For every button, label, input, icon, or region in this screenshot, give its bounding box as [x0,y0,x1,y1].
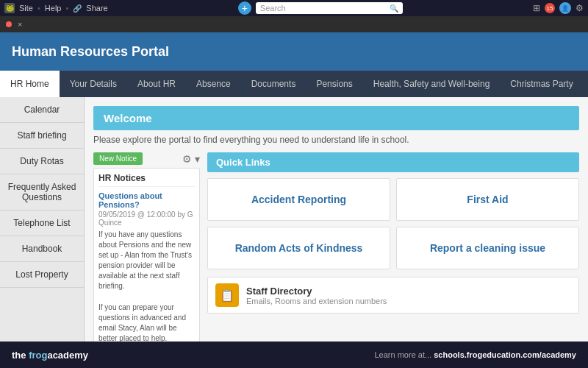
nav-item-absence[interactable]: Absence [186,71,241,97]
notices-title: HR Notices [98,173,195,187]
notices-box: HR Notices Questions about Pensions? 09/… [93,168,200,342]
quick-links-area: Quick Links Accident Reporting First Aid… [207,152,579,342]
nav-bar: HR Home Your Details About HR Absence Do… [0,71,588,97]
footer-the: the [12,350,26,361]
search-icon: 🔍 [390,4,398,13]
footer-right: Learn more at... schools.frogeducation.c… [375,350,577,359]
browser-bar: × [0,16,588,32]
link-card-accident-reporting[interactable]: Accident Reporting [207,178,390,221]
os-bar-left: 🐸 Site • Help • 🔗 Share [4,3,108,13]
os-bar: 🐸 Site • Help • 🔗 Share + Search 🔍 ⊞ 15 … [0,0,588,16]
nav-item-healthsafety[interactable]: Health, Safety and Well-being [363,71,501,97]
os-bar-right: ⊞ 15 👤 ⚙ [533,2,584,14]
sidebar-item-dutyrota[interactable]: Duty Rotas [0,149,84,174]
app-title: Human Resources Portal [12,44,169,60]
notice-date: 09/05/2019 @ 12:00:00 by G Quince [98,210,195,227]
staff-dir-info: Staff Directory Emails, Rooms and extens… [246,286,387,305]
search-bar[interactable]: Search 🔍 [256,2,403,14]
sidebar-item-telephone[interactable]: Telephone List [0,210,84,236]
welcome-description: Please explore the portal to find everyt… [93,135,579,145]
staff-dir-desc: Emails, Rooms and extension numbers [246,297,387,305]
os-bar-center: + Search 🔍 [114,1,527,15]
os-share-label[interactable]: Share [86,4,107,13]
sidebar: Calendar Staff briefing Duty Rotas Frequ… [0,97,85,342]
sidebar-item-handbook[interactable]: Handbook [0,236,84,262]
settings-icon[interactable]: ⚙ [576,3,584,13]
grid-icon[interactable]: ⊞ [533,3,540,13]
nav-item-abouthr[interactable]: About HR [127,71,186,97]
quick-links-header: Quick Links [207,152,579,172]
notice-link[interactable]: Questions about Pensions? [98,191,195,209]
close-button[interactable] [6,21,12,27]
sidebar-item-calendar[interactable]: Calendar [0,97,84,123]
staff-dir-icon: 📋 [215,283,239,307]
os-help-label[interactable]: Help [45,4,62,13]
close-x[interactable]: × [18,20,22,29]
link-card-first-aid[interactable]: First Aid [396,178,579,221]
add-button[interactable]: + [238,1,251,15]
notice-text-2: If you can prepare your questions in adv… [98,302,195,342]
nav-item-christmasparty[interactable]: Christmas Party [500,71,583,97]
welcome-banner: Welcome [93,106,579,130]
notification-badge[interactable]: 15 [545,3,555,13]
app-header: Human Resources Portal [0,32,588,71]
footer: the frogacademy Learn more at... schools… [0,342,588,368]
sidebar-item-lostproperty[interactable]: Lost Property [0,262,84,288]
nav-item-pensions[interactable]: Pensions [306,71,362,97]
new-notice-button[interactable]: New Notice [93,152,143,165]
staff-directory[interactable]: 📋 Staff Directory Emails, Rooms and exte… [207,277,579,314]
footer-url[interactable]: schools.frogeducation.com/academy [434,350,576,359]
sidebar-item-faq[interactable]: Frequently Asked Questions [0,174,84,210]
notices-toolbar: New Notice ⚙ ▾ [93,152,200,165]
sidebar-item-staffbriefing[interactable]: Staff briefing [0,123,84,149]
nav-item-hradmin[interactable]: HR Admin [584,71,588,97]
nav-item-documents[interactable]: Documents [241,71,306,97]
nav-item-yourdetails[interactable]: Your Details [60,71,127,97]
footer-learn-text: Learn more at... [375,350,432,359]
user-avatar[interactable]: 👤 [559,2,571,14]
link-card-random-acts[interactable]: Random Acts of Kindness [207,227,390,269]
nav-item-hrhome[interactable]: HR Home [0,71,60,97]
two-column-layout: New Notice ⚙ ▾ HR Notices Questions abou… [93,152,579,342]
footer-frog: frog [29,350,47,361]
links-grid: Accident Reporting First Aid Random Acts… [207,178,579,269]
content-area: Welcome Please explore the portal to fin… [85,97,588,342]
notices-panel: New Notice ⚙ ▾ HR Notices Questions abou… [93,152,200,342]
os-site-label[interactable]: Site [19,4,33,13]
footer-academy: academy [47,350,88,361]
footer-logo: the frogacademy [12,350,88,361]
staff-dir-title: Staff Directory [246,286,387,297]
main-area: Calendar Staff briefing Duty Rotas Frequ… [0,97,588,342]
link-card-cleaning[interactable]: Report a cleaning issue [396,227,579,269]
os-logo-icon: 🐸 [4,3,15,13]
notice-text-1: If you have any questions about Pensions… [98,230,195,291]
search-placeholder: Search [260,4,286,13]
gear-icon[interactable]: ⚙ ▾ [182,153,200,165]
